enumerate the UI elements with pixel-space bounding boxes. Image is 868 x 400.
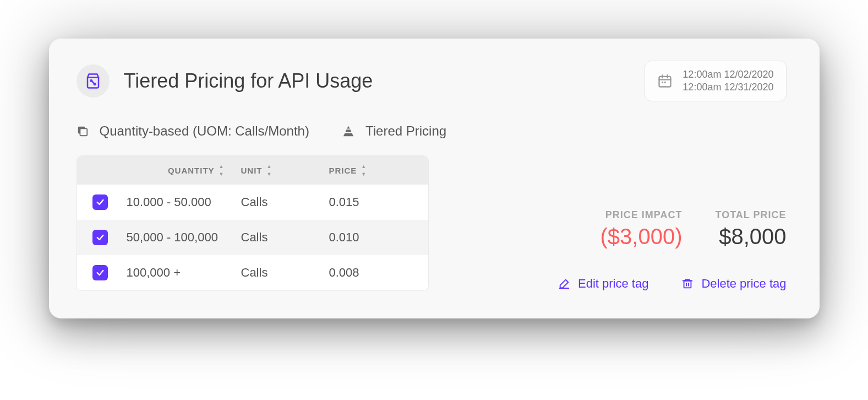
delete-label: Delete price tag bbox=[701, 277, 786, 291]
sort-icon: ▲▼ bbox=[219, 165, 225, 176]
cell-unit: Calls bbox=[241, 230, 329, 245]
edit-label: Edit price tag bbox=[578, 277, 648, 291]
cell-quantity: 50,000 - 100,000 bbox=[127, 230, 241, 245]
svg-point-0 bbox=[90, 80, 92, 82]
cell-quantity: 100,000 + bbox=[127, 266, 241, 280]
calendar-icon bbox=[657, 73, 673, 89]
trash-icon bbox=[681, 278, 694, 290]
table-row: 10.000 - 50.000 Calls 0.015 bbox=[77, 185, 428, 220]
svg-rect-3 bbox=[662, 82, 664, 83]
pricing-model: Quantity-based (UOM: Calls/Month) bbox=[77, 123, 309, 139]
summary-panel: PRICE IMPACT ($3,000) TOTAL PRICE $8,000… bbox=[462, 155, 787, 291]
svg-rect-2 bbox=[659, 77, 671, 87]
pricing-type-label: Tiered Pricing bbox=[365, 123, 446, 139]
table-header: QUANTITY ▲▼ UNIT ▲▼ PRICE ▲▼ bbox=[77, 156, 428, 185]
title-wrap: Tiered Pricing for API Usage bbox=[77, 64, 373, 98]
price-impact-value: ($3,000) bbox=[600, 224, 683, 249]
edit-icon bbox=[558, 278, 570, 290]
sort-icon: ▲▼ bbox=[267, 165, 272, 176]
svg-rect-7 bbox=[684, 281, 691, 288]
total-price-value: $8,000 bbox=[719, 224, 786, 249]
date-range-box[interactable]: 12:00am 12/02/2020 12:00am 12/31/2020 bbox=[645, 61, 786, 101]
pricing-tiers-table: QUANTITY ▲▼ UNIT ▲▼ PRICE ▲▼ 10.000 - 50… bbox=[77, 155, 429, 291]
cell-price: 0.010 bbox=[329, 230, 417, 245]
column-unit[interactable]: UNIT ▲▼ bbox=[241, 165, 329, 176]
table-row: 100,000 + Calls 0.008 bbox=[77, 255, 428, 290]
table-row: 50,000 - 100,000 Calls 0.010 bbox=[77, 220, 428, 255]
shopping-bag-percent-icon bbox=[77, 64, 110, 98]
page-title: Tiered Pricing for API Usage bbox=[124, 69, 373, 93]
card-header: Tiered Pricing for API Usage 12:00am 12/… bbox=[77, 61, 787, 101]
total-price-label: TOTAL PRICE bbox=[715, 209, 786, 221]
row-checkbox[interactable] bbox=[92, 230, 108, 245]
column-price[interactable]: PRICE ▲▼ bbox=[329, 165, 417, 176]
cell-price: 0.015 bbox=[329, 195, 417, 209]
cell-unit: Calls bbox=[241, 195, 329, 209]
pricing-model-label: Quantity-based (UOM: Calls/Month) bbox=[100, 123, 309, 139]
cell-price: 0.008 bbox=[329, 266, 417, 280]
sort-icon: ▲▼ bbox=[361, 165, 367, 176]
price-impact-label: PRICE IMPACT bbox=[605, 209, 683, 221]
layers-icon bbox=[77, 125, 89, 137]
edit-price-tag-button[interactable]: Edit price tag bbox=[558, 277, 648, 291]
svg-rect-6 bbox=[80, 128, 87, 136]
row-checkbox[interactable] bbox=[92, 194, 108, 210]
date-end: 12:00am 12/31/2020 bbox=[683, 82, 773, 93]
date-start: 12:00am 12/02/2020 bbox=[683, 69, 773, 80]
column-quantity[interactable]: QUANTITY ▲▼ bbox=[127, 165, 241, 176]
svg-point-1 bbox=[94, 83, 95, 85]
delete-price-tag-button[interactable]: Delete price tag bbox=[681, 277, 786, 291]
tiers-icon bbox=[342, 126, 354, 137]
meta-row: Quantity-based (UOM: Calls/Month) Tiered… bbox=[77, 123, 787, 139]
row-checkbox[interactable] bbox=[92, 265, 108, 280]
cell-unit: Calls bbox=[241, 266, 329, 280]
cell-quantity: 10.000 - 50.000 bbox=[127, 195, 241, 209]
svg-rect-4 bbox=[664, 82, 666, 83]
pricing-card: Tiered Pricing for API Usage 12:00am 12/… bbox=[49, 39, 820, 318]
pricing-type: Tiered Pricing bbox=[342, 123, 446, 139]
